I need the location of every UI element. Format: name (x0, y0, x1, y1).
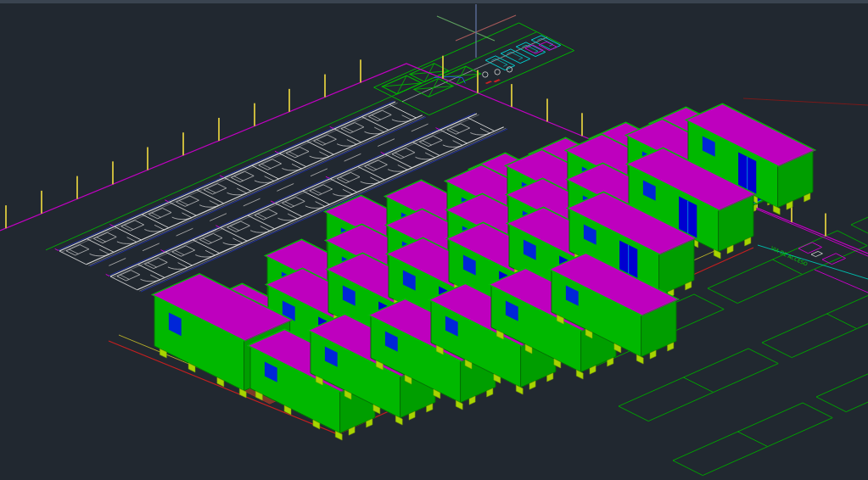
plan-tick-magenta (55, 248, 59, 250)
light-pole (581, 113, 583, 136)
plan-door-leaf (480, 128, 490, 133)
cabin-block (152, 103, 815, 440)
light-pole (324, 75, 326, 98)
toilet-basin-circle (483, 72, 488, 77)
plan-room-wall (330, 179, 357, 193)
plan-room-wall (468, 118, 495, 131)
parking-stall-outline (816, 339, 868, 412)
red-line-topright (743, 98, 868, 105)
plan-room-wall (279, 153, 306, 167)
plan-room-wall (224, 178, 251, 192)
gate-plan-rect-white (811, 251, 822, 256)
cad-viewport: VIA DE ACCESO (0, 0, 868, 480)
plan-door-leaf (127, 237, 137, 243)
light-pole (477, 70, 479, 93)
light-pole (76, 176, 78, 199)
light-pole (546, 98, 548, 121)
plan-door-leaf (178, 263, 188, 268)
light-pole (511, 84, 512, 107)
plan-door-leaf (425, 153, 435, 158)
plan-room-wall (87, 239, 114, 253)
plan-room-wall (197, 190, 224, 204)
plan-corridor-dash (412, 124, 428, 131)
plan-room-wall (248, 215, 275, 229)
plan-door-leaf (374, 127, 384, 132)
plan-door-leaf (150, 275, 160, 280)
plan-corridor-dash (277, 184, 294, 192)
plan-door-leaf (288, 214, 298, 219)
plan-door-leaf (319, 152, 329, 157)
light-pole (218, 118, 220, 141)
plan-corridor-dash (109, 259, 126, 266)
plan-door-leaf (237, 188, 247, 193)
toilet-fixture-cyan (507, 52, 523, 59)
toilet-red-mark (485, 81, 493, 84)
parking-stall-outline (851, 167, 868, 240)
plan-door-leaf (265, 176, 275, 181)
plan-room-wall (361, 117, 389, 131)
toilet-block-plan (374, 23, 574, 115)
gate-plan-rect (822, 254, 846, 265)
plan-room-wall (252, 165, 279, 179)
plan-door-leaf (154, 225, 165, 230)
plan-door-leaf (182, 213, 192, 218)
toilet-basin-circle (495, 70, 500, 75)
plan-door-leaf (402, 115, 412, 120)
plan-door-leaf (205, 250, 216, 255)
light-pole (182, 132, 184, 155)
labels: VIA DE ACCESO (770, 245, 809, 267)
light-pole (825, 214, 826, 237)
toilet-basin-circle (507, 67, 512, 72)
plan-room-wall (358, 166, 385, 180)
plan-room-wall (275, 204, 302, 217)
plan-door-leaf (316, 202, 326, 207)
parking-stall-divider (684, 377, 714, 393)
plan-room-wall (221, 227, 248, 241)
plan-room-wall (165, 252, 193, 265)
plan-door-leaf (398, 165, 408, 170)
plan-corridor-dash (143, 243, 160, 251)
plan-door-leaf (99, 249, 109, 254)
plan-door-leaf (260, 226, 271, 232)
plan-room-wall (307, 141, 334, 154)
plan-door-leaf (292, 164, 302, 169)
plan-door-leaf (232, 238, 243, 243)
parking-stall-divider (827, 314, 857, 329)
plan-door-leaf (370, 177, 380, 182)
plan-room-wall (440, 130, 468, 143)
plan-corridor-dash (210, 214, 227, 221)
plan-room-wall (193, 240, 220, 254)
toilet-red-mark (493, 79, 501, 82)
boundary-road-spur (815, 270, 868, 293)
plan-room-wall (334, 129, 361, 142)
light-pole (147, 147, 148, 170)
light-pole (288, 89, 290, 112)
crosshair-cursor[interactable] (437, 4, 516, 58)
plan-corridor-dash (344, 153, 361, 161)
light-pole (5, 205, 7, 228)
plan-room-wall (412, 142, 440, 156)
plan-door-leaf (347, 140, 357, 145)
light-pole (442, 56, 444, 79)
plan-door-leaf (453, 141, 463, 146)
road-label: VIA DE ACCESO (770, 245, 809, 267)
plan-room-wall (142, 215, 169, 228)
light-pole (254, 103, 255, 126)
drawing-canvas[interactable]: VIA DE ACCESO (0, 0, 868, 480)
plan-corridor-dash (311, 169, 328, 176)
toilet-fixture-cyan (491, 59, 507, 66)
plan-room-wall (303, 191, 330, 204)
plan-room-wall (110, 276, 137, 290)
plan-room-wall (170, 202, 197, 215)
plan-corridor-dash (176, 228, 193, 236)
plan-door-leaf (210, 201, 219, 206)
light-pole (360, 59, 361, 82)
plan-room-wall (59, 251, 87, 265)
plan-tick-magenta (106, 274, 109, 276)
plan-door-leaf (343, 189, 353, 194)
light-pole (112, 161, 114, 184)
plan-room-wall (115, 226, 142, 240)
light-pole (41, 191, 42, 214)
plan-corridor-dash (244, 198, 260, 206)
plan-room-wall (137, 265, 165, 278)
